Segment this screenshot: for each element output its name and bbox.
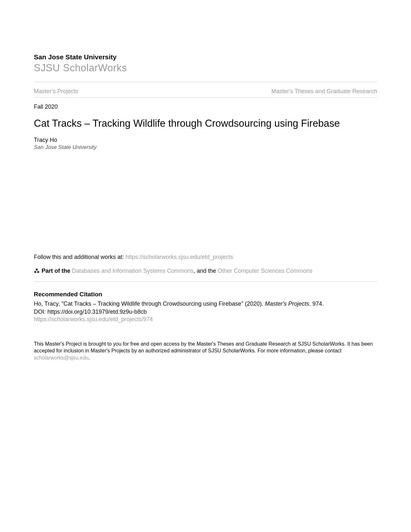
citation-prefix: Ho, Tracy, "Cat Tracks – Tracking Wildli… bbox=[34, 300, 265, 307]
svg-point-1 bbox=[34, 271, 36, 273]
network-icon bbox=[34, 267, 40, 273]
citation-series: Master's Projects bbox=[265, 300, 309, 307]
footer-text: This Master's Project is brought to you … bbox=[34, 340, 377, 361]
spacer bbox=[34, 151, 377, 254]
divider-citation bbox=[34, 281, 377, 282]
citation-number: . 974. bbox=[309, 300, 324, 307]
author-name: Tracy Ho bbox=[34, 137, 377, 143]
citation-doi: DOI: https://doi.org/10.31979/etd.9z9u-b… bbox=[34, 309, 377, 315]
follow-url-link[interactable]: https://scholarworks.sjsu.edu/etd_projec… bbox=[125, 254, 233, 260]
part-of-section: Part of the Databases and Information Sy… bbox=[34, 266, 377, 276]
svg-point-2 bbox=[37, 271, 39, 273]
citation-text: Ho, Tracy, "Cat Tracks – Tracking Wildli… bbox=[34, 300, 377, 308]
citation-url[interactable]: https://scholarworks.sjsu.edu/etd_projec… bbox=[34, 316, 377, 323]
commons-link-1[interactable]: Databases and Information Systems Common… bbox=[72, 268, 193, 274]
citation-heading: Recommended Citation bbox=[34, 291, 377, 298]
divider-top bbox=[34, 82, 377, 82]
footer-email-link[interactable]: scholarworks@sjsu.edu bbox=[34, 355, 88, 360]
breadcrumb-collection[interactable]: Master's Projects bbox=[34, 88, 78, 95]
divider-breadcrumb bbox=[34, 97, 377, 98]
breadcrumb-row: Master's Projects Master's Theses and Gr… bbox=[34, 88, 377, 95]
svg-point-0 bbox=[36, 269, 38, 271]
follow-works-section: Follow this and additional works at: htt… bbox=[34, 254, 377, 261]
footer-suffix: . bbox=[88, 355, 90, 360]
publication-date: Fall 2020 bbox=[34, 103, 377, 110]
header-section: San Jose State University SJSU ScholarWo… bbox=[34, 53, 377, 74]
document-title: Cat Tracks – Tracking Wildlife through C… bbox=[34, 117, 377, 130]
follow-prefix: Follow this and additional works at: bbox=[34, 254, 125, 260]
university-name: San Jose State University bbox=[34, 53, 377, 61]
page-container: San Jose State University SJSU ScholarWo… bbox=[0, 0, 411, 532]
repository-title: SJSU ScholarWorks bbox=[34, 62, 377, 74]
author-affiliation: San Jose State University bbox=[34, 144, 377, 151]
part-of-label: Part of the bbox=[42, 268, 72, 274]
breadcrumb-parent[interactable]: Master's Theses and Graduate Research bbox=[271, 88, 377, 95]
commons-link-2[interactable]: Other Computer Sciences Commons bbox=[218, 268, 312, 274]
part-of-middle: , and the bbox=[193, 268, 218, 274]
footer-prefix: This Master's Project is brought to you … bbox=[34, 341, 373, 354]
